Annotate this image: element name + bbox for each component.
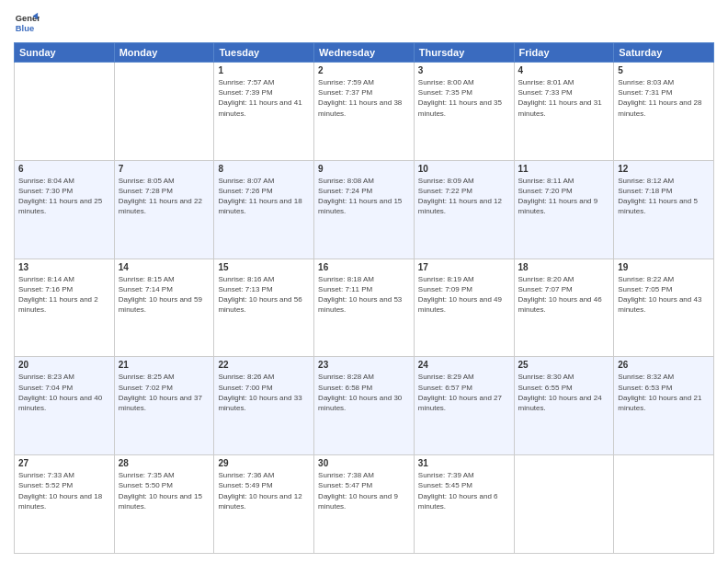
- day-number: 23: [318, 360, 410, 370]
- day-number: 1: [218, 65, 310, 75]
- day-info: Sunrise: 7:36 AM Sunset: 5:49 PM Dayligh…: [218, 470, 310, 511]
- calendar-cell: [514, 455, 614, 554]
- calendar-cell: 8Sunrise: 8:07 AM Sunset: 7:26 PM Daylig…: [214, 160, 314, 259]
- calendar-cell: 2Sunrise: 7:59 AM Sunset: 7:37 PM Daylig…: [314, 63, 415, 161]
- day-info: Sunrise: 8:11 AM Sunset: 7:20 PM Dayligh…: [518, 176, 610, 217]
- day-info: Sunrise: 8:30 AM Sunset: 6:55 PM Dayligh…: [518, 372, 610, 413]
- calendar-cell: 20Sunrise: 8:23 AM Sunset: 7:04 PM Dayli…: [15, 357, 115, 455]
- day-number: 16: [318, 262, 410, 272]
- logo-icon: General Blue: [14, 9, 40, 35]
- calendar-header: General Blue: [14, 9, 714, 35]
- day-info: Sunrise: 7:35 AM Sunset: 5:50 PM Dayligh…: [119, 470, 210, 511]
- logo: General Blue: [14, 9, 43, 35]
- day-header-monday: Monday: [114, 43, 214, 63]
- day-info: Sunrise: 8:32 AM Sunset: 6:53 PM Dayligh…: [618, 372, 710, 413]
- calendar-cell: 18Sunrise: 8:20 AM Sunset: 7:07 PM Dayli…: [514, 259, 614, 357]
- calendar-cell: 19Sunrise: 8:22 AM Sunset: 7:05 PM Dayli…: [614, 259, 714, 357]
- day-info: Sunrise: 7:33 AM Sunset: 5:52 PM Dayligh…: [18, 470, 110, 511]
- calendar-table: SundayMondayTuesdayWednesdayThursdayFrid…: [14, 42, 714, 554]
- svg-text:Blue: Blue: [16, 24, 34, 33]
- day-number: 7: [119, 164, 210, 174]
- day-info: Sunrise: 7:57 AM Sunset: 7:39 PM Dayligh…: [218, 77, 310, 119]
- calendar-cell: 31Sunrise: 7:39 AM Sunset: 5:45 PM Dayli…: [414, 455, 514, 554]
- calendar-cell: 10Sunrise: 8:09 AM Sunset: 7:22 PM Dayli…: [414, 160, 514, 259]
- day-info: Sunrise: 8:23 AM Sunset: 7:04 PM Dayligh…: [18, 372, 110, 413]
- day-number: 10: [418, 164, 510, 174]
- day-number: 8: [218, 164, 310, 174]
- day-number: 18: [518, 262, 610, 272]
- calendar-cell: 16Sunrise: 8:18 AM Sunset: 7:11 PM Dayli…: [314, 259, 415, 357]
- day-number: 21: [119, 360, 210, 370]
- day-info: Sunrise: 8:01 AM Sunset: 7:33 PM Dayligh…: [518, 77, 610, 119]
- day-number: 3: [418, 65, 510, 75]
- day-info: Sunrise: 8:29 AM Sunset: 6:57 PM Dayligh…: [418, 372, 510, 413]
- day-info: Sunrise: 8:12 AM Sunset: 7:18 PM Dayligh…: [618, 176, 710, 217]
- calendar-cell: 22Sunrise: 8:26 AM Sunset: 7:00 PM Dayli…: [214, 357, 314, 455]
- day-number: 4: [518, 65, 610, 75]
- day-number: 9: [318, 164, 410, 174]
- day-number: 31: [418, 458, 510, 468]
- calendar-cell: 5Sunrise: 8:03 AM Sunset: 7:31 PM Daylig…: [614, 63, 714, 161]
- day-number: 11: [518, 164, 610, 174]
- calendar-cell: 13Sunrise: 8:14 AM Sunset: 7:16 PM Dayli…: [15, 259, 115, 357]
- day-number: 25: [518, 360, 610, 370]
- day-info: Sunrise: 8:08 AM Sunset: 7:24 PM Dayligh…: [318, 176, 410, 217]
- day-info: Sunrise: 8:09 AM Sunset: 7:22 PM Dayligh…: [418, 176, 510, 217]
- day-header-saturday: Saturday: [614, 43, 714, 63]
- day-number: 20: [18, 360, 110, 370]
- day-number: 13: [18, 262, 110, 272]
- day-number: 24: [418, 360, 510, 370]
- day-info: Sunrise: 8:14 AM Sunset: 7:16 PM Dayligh…: [18, 274, 110, 316]
- day-info: Sunrise: 8:15 AM Sunset: 7:14 PM Dayligh…: [119, 274, 210, 316]
- day-info: Sunrise: 8:16 AM Sunset: 7:13 PM Dayligh…: [218, 274, 310, 316]
- calendar-cell: [114, 63, 214, 161]
- day-number: 19: [618, 262, 710, 272]
- calendar-cell: 23Sunrise: 8:28 AM Sunset: 6:58 PM Dayli…: [314, 357, 415, 455]
- calendar-cell: 11Sunrise: 8:11 AM Sunset: 7:20 PM Dayli…: [514, 160, 614, 259]
- day-number: 26: [618, 360, 710, 370]
- day-number: 22: [218, 360, 310, 370]
- day-header-tuesday: Tuesday: [214, 43, 314, 63]
- day-number: 28: [119, 458, 210, 468]
- day-info: Sunrise: 8:20 AM Sunset: 7:07 PM Dayligh…: [518, 274, 610, 316]
- day-info: Sunrise: 8:19 AM Sunset: 7:09 PM Dayligh…: [418, 274, 510, 316]
- day-info: Sunrise: 7:38 AM Sunset: 5:47 PM Dayligh…: [318, 470, 410, 511]
- day-info: Sunrise: 8:03 AM Sunset: 7:31 PM Dayligh…: [618, 77, 710, 119]
- calendar-cell: 25Sunrise: 8:30 AM Sunset: 6:55 PM Dayli…: [514, 357, 614, 455]
- calendar-cell: 14Sunrise: 8:15 AM Sunset: 7:14 PM Dayli…: [114, 259, 214, 357]
- calendar-cell: 3Sunrise: 8:00 AM Sunset: 7:35 PM Daylig…: [414, 63, 514, 161]
- calendar-cell: 28Sunrise: 7:35 AM Sunset: 5:50 PM Dayli…: [114, 455, 214, 554]
- calendar-cell: 24Sunrise: 8:29 AM Sunset: 6:57 PM Dayli…: [414, 357, 514, 455]
- calendar-cell: [614, 455, 714, 554]
- day-number: 12: [618, 164, 710, 174]
- calendar-cell: 1Sunrise: 7:57 AM Sunset: 7:39 PM Daylig…: [214, 63, 314, 161]
- calendar-cell: [15, 63, 115, 161]
- day-info: Sunrise: 8:05 AM Sunset: 7:28 PM Dayligh…: [119, 176, 210, 217]
- day-header-wednesday: Wednesday: [314, 43, 415, 63]
- day-info: Sunrise: 8:25 AM Sunset: 7:02 PM Dayligh…: [119, 372, 210, 413]
- calendar-cell: 15Sunrise: 8:16 AM Sunset: 7:13 PM Dayli…: [214, 259, 314, 357]
- calendar-cell: 30Sunrise: 7:38 AM Sunset: 5:47 PM Dayli…: [314, 455, 415, 554]
- calendar-cell: 29Sunrise: 7:36 AM Sunset: 5:49 PM Dayli…: [214, 455, 314, 554]
- calendar-cell: 12Sunrise: 8:12 AM Sunset: 7:18 PM Dayli…: [614, 160, 714, 259]
- day-number: 14: [119, 262, 210, 272]
- day-info: Sunrise: 8:00 AM Sunset: 7:35 PM Dayligh…: [418, 77, 510, 119]
- calendar-cell: 7Sunrise: 8:05 AM Sunset: 7:28 PM Daylig…: [114, 160, 214, 259]
- day-info: Sunrise: 7:59 AM Sunset: 7:37 PM Dayligh…: [318, 77, 410, 119]
- day-number: 17: [418, 262, 510, 272]
- calendar-cell: 9Sunrise: 8:08 AM Sunset: 7:24 PM Daylig…: [314, 160, 415, 259]
- day-number: 15: [218, 262, 310, 272]
- day-info: Sunrise: 8:07 AM Sunset: 7:26 PM Dayligh…: [218, 176, 310, 217]
- day-number: 6: [18, 164, 110, 174]
- day-info: Sunrise: 8:28 AM Sunset: 6:58 PM Dayligh…: [318, 372, 410, 413]
- day-header-thursday: Thursday: [414, 43, 514, 63]
- day-header-friday: Friday: [514, 43, 614, 63]
- day-number: 2: [318, 65, 410, 75]
- day-info: Sunrise: 7:39 AM Sunset: 5:45 PM Dayligh…: [418, 470, 510, 511]
- day-info: Sunrise: 8:26 AM Sunset: 7:00 PM Dayligh…: [218, 372, 310, 413]
- calendar-cell: 17Sunrise: 8:19 AM Sunset: 7:09 PM Dayli…: [414, 259, 514, 357]
- calendar-cell: 4Sunrise: 8:01 AM Sunset: 7:33 PM Daylig…: [514, 63, 614, 161]
- day-header-sunday: Sunday: [15, 43, 115, 63]
- day-number: 5: [618, 65, 710, 75]
- calendar-cell: 21Sunrise: 8:25 AM Sunset: 7:02 PM Dayli…: [114, 357, 214, 455]
